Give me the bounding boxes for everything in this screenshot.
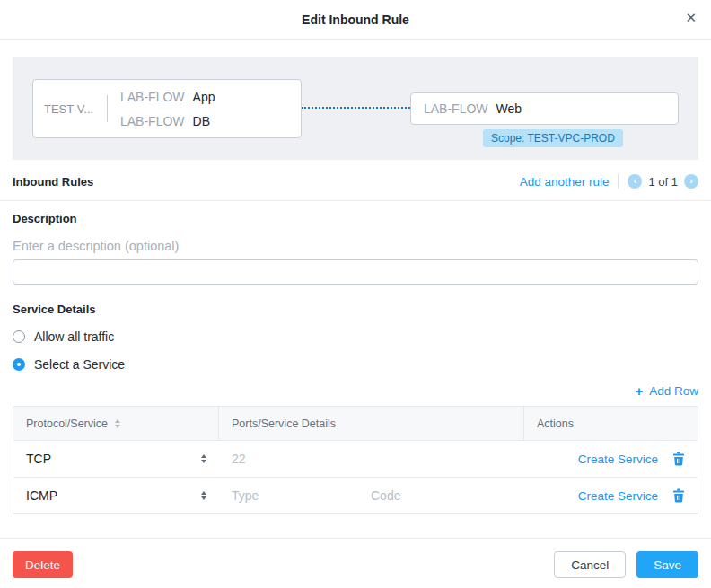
- source-category-list: LAB-FLOW App LAB-FLOW DB: [120, 90, 215, 128]
- description-input[interactable]: [13, 259, 698, 285]
- icmp-type-input[interactable]: Type: [232, 488, 371, 503]
- category-value: Web: [496, 101, 522, 116]
- source-scope-label: TEST-V...: [44, 102, 101, 116]
- table-row: ICMP Type Code Create Service: [13, 477, 698, 513]
- radio-label: Allow all traffic: [34, 329, 114, 344]
- add-row-bar: + Add Row: [0, 383, 711, 399]
- source-category-row: LAB-FLOW App: [120, 90, 215, 104]
- category-key: LAB-FLOW: [120, 114, 185, 128]
- add-row-label: Add Row: [649, 384, 698, 398]
- description-hint: Enter a description (optional): [13, 239, 698, 253]
- table-header-row: Protocol/Service Ports/Service Details A…: [13, 407, 698, 440]
- col-header-label: Actions: [537, 417, 574, 430]
- modal-title: Edit Inbound Rule: [302, 13, 409, 27]
- delete-button[interactable]: Delete: [13, 551, 73, 578]
- table-row: TCP 22 Create Service: [13, 440, 698, 477]
- scope-badge: Scope: TEST-VPC-PROD: [483, 129, 623, 147]
- create-service-link[interactable]: Create Service: [578, 489, 658, 503]
- service-details-label: Service Details: [13, 303, 698, 316]
- flow-connector-dotted-line: [302, 107, 410, 109]
- source-divider: [107, 95, 108, 122]
- pager-divider: [618, 174, 619, 189]
- category-value: App: [193, 90, 215, 104]
- rule-pager: ‹ 1 of 1 ›: [628, 174, 698, 189]
- save-button[interactable]: Save: [636, 551, 698, 578]
- protocol-select-value: ICMP: [26, 488, 57, 503]
- sort-icon[interactable]: [115, 419, 120, 428]
- add-row-link[interactable]: + Add Row: [635, 383, 698, 399]
- service-details-section: Service Details Allow all traffic Select…: [0, 303, 711, 372]
- radio-on-icon[interactable]: [13, 358, 25, 371]
- pager-position-label: 1 of 1: [648, 175, 678, 189]
- radio-allow-all-traffic[interactable]: Allow all traffic: [13, 329, 698, 344]
- description-section: Description Enter a description (optiona…: [0, 212, 711, 285]
- port-input[interactable]: 22: [232, 452, 371, 466]
- protocol-select[interactable]: ICMP: [13, 478, 219, 513]
- ports-cell: 22: [219, 441, 524, 477]
- chevron-updown-icon: [201, 491, 206, 500]
- plus-icon: +: [635, 383, 643, 399]
- close-icon[interactable]: ✕: [685, 11, 697, 24]
- pager-prev-icon[interactable]: ‹: [628, 174, 642, 189]
- pager-next-icon[interactable]: ›: [684, 174, 698, 189]
- inbound-rules-bar: Inbound Rules Add another rule ‹ 1 of 1 …: [0, 174, 711, 201]
- col-header-ports: Ports/Service Details: [219, 407, 524, 440]
- source-group-box[interactable]: TEST-V... LAB-FLOW App LAB-FLOW DB: [32, 79, 302, 138]
- trash-icon[interactable]: [672, 488, 685, 503]
- source-category-row: LAB-FLOW DB: [120, 114, 215, 128]
- category-key: LAB-FLOW: [424, 101, 488, 116]
- ports-cell: Type Code: [219, 478, 524, 513]
- radio-label: Select a Service: [34, 357, 125, 372]
- col-header-actions: Actions: [524, 407, 698, 440]
- trash-icon[interactable]: [672, 452, 685, 466]
- description-label: Description: [13, 212, 698, 225]
- inbound-rules-title: Inbound Rules: [13, 175, 93, 189]
- protocol-select-value: TCP: [26, 452, 51, 466]
- modal-header: Edit Inbound Rule ✕: [0, 0, 711, 40]
- col-header-label: Protocol/Service: [26, 417, 108, 430]
- create-service-link[interactable]: Create Service: [578, 452, 658, 466]
- chevron-updown-icon: [201, 454, 206, 463]
- actions-cell: Create Service: [524, 441, 698, 477]
- rule-topology-panel: TEST-V... LAB-FLOW App LAB-FLOW DB LAB-F…: [13, 57, 698, 160]
- services-table: Protocol/Service Ports/Service Details A…: [13, 406, 698, 514]
- icmp-code-input[interactable]: Code: [371, 488, 510, 503]
- cancel-button[interactable]: Cancel: [554, 551, 626, 578]
- target-category-row: LAB-FLOW Web: [424, 101, 522, 116]
- category-key: LAB-FLOW: [120, 90, 185, 104]
- category-value: DB: [193, 114, 210, 128]
- col-header-protocol[interactable]: Protocol/Service: [13, 407, 219, 440]
- radio-off-icon[interactable]: [13, 330, 25, 343]
- radio-select-a-service[interactable]: Select a Service: [13, 357, 698, 372]
- target-group-box[interactable]: LAB-FLOW Web: [410, 92, 679, 125]
- add-another-rule-link[interactable]: Add another rule: [520, 175, 610, 189]
- protocol-select[interactable]: TCP: [13, 441, 219, 477]
- modal-footer: Delete Cancel Save: [0, 538, 711, 588]
- actions-cell: Create Service: [524, 478, 698, 513]
- col-header-label: Ports/Service Details: [232, 417, 336, 430]
